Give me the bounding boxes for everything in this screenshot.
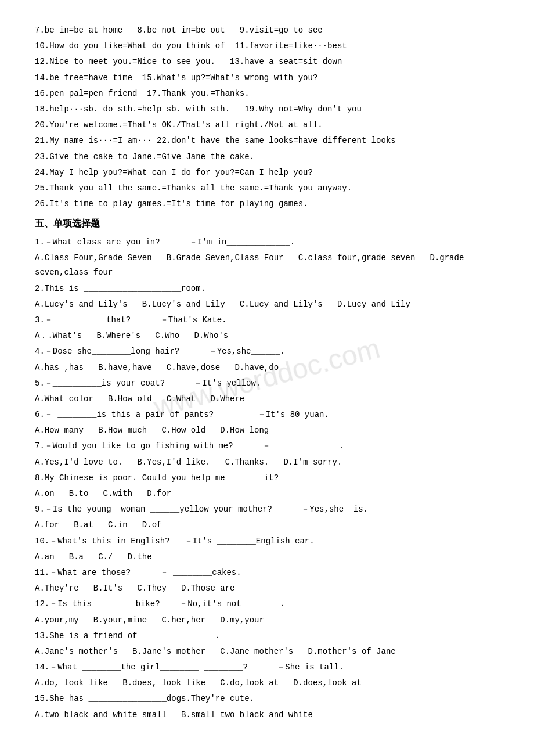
question-text: 11.－What are those? － ________cakes.: [35, 566, 499, 580]
question-text: 10.－What's this in English? －It's ______…: [35, 534, 499, 549]
lines-section: 7.be in=be at home 8.be not in=be out 9.…: [35, 23, 499, 211]
question-options: A.two black and white small B.small two …: [35, 708, 499, 722]
question-text: 9.－Is the young woman ______yellow your …: [35, 502, 499, 517]
question-options: A.How many B.How much C.How old D.How lo…: [35, 423, 499, 438]
content-line: 20.You're welcome.=That's OK./That's all…: [35, 118, 499, 132]
question-options: A.Lucy's and Lily's B.Lucy's and Lily C.…: [35, 297, 499, 312]
content-line: 21.My name is···=I am··· 22.don't have t…: [35, 134, 499, 148]
question-text: 12.－Is this ________bike? －No,it's not__…: [35, 597, 499, 611]
question-options: A.What color B.How old C.What D.Where: [35, 392, 499, 406]
question-options: A.Yes,I'd love to. B.Yes,I'd like. C.Tha…: [35, 455, 499, 470]
content-line: 14.be free=have time 15.What's up?=What'…: [35, 71, 499, 85]
question-options: A.has ,has B.have,have C.have,dose D.hav…: [35, 361, 499, 375]
question-text: 5.－__________is your coat? －It's yellow.: [35, 376, 499, 391]
question-options: A.an B.a C./ D.the: [35, 550, 499, 564]
question-text: 8.My Chinese is poor. Could you help me_…: [35, 471, 499, 485]
question-options: A．.What's B.Where's C.Who D.Who's: [35, 329, 499, 343]
question-options: A.for B.at C.in D.of: [35, 518, 499, 532]
content-line: 24.May I help you?=What can I do for you…: [35, 165, 499, 180]
question-options: A.Class Four,Grade Seven B.Grade Seven,C…: [35, 251, 499, 280]
question-text: 2.This is ____________________room.: [35, 282, 499, 296]
question-options: A.They're B.It's C.They D.Those are: [35, 581, 499, 596]
question-text: 7.－Would you like to go fishing with me?…: [35, 439, 499, 453]
content-line: 10.How do you like=What do you think of …: [35, 39, 499, 53]
question-text: 15.She has ________________dogs.They're …: [35, 692, 499, 706]
content-line: 23.Give the cake to Jane.=Give Jane the …: [35, 150, 499, 164]
section-title: 五、单项选择题: [35, 216, 499, 233]
question-text: 3.－ __________that? －That's Kate.: [35, 313, 499, 327]
question-text: 1.－What class are you in? －I'm in_______…: [35, 235, 499, 250]
content-line: 25.Thank you all the same.=Thanks all th…: [35, 181, 499, 196]
questions-section: 1.－What class are you in? －I'm in_______…: [35, 235, 499, 722]
question-options: A.Jane's mother's B.Jane's mother C.Jane…: [35, 645, 499, 659]
question-text: 14.－What ________the girl________ ______…: [35, 660, 499, 675]
question-options: A.on B.to C.with D.for: [35, 487, 499, 501]
main-content: 7.be in=be at home 8.be not in=be out 9.…: [35, 23, 499, 722]
question-options: A.your,my B.your,mine C.her,her D.my,you…: [35, 613, 499, 628]
content-line: 7.be in=be at home 8.be not in=be out 9.…: [35, 23, 499, 38]
question-options: A.do, look like B.does, look like C.do,l…: [35, 676, 499, 690]
content-line: 12.Nice to meet you.=Nice to see you. 13…: [35, 55, 499, 69]
content-line: 16.pen pal=pen friend 17.Thank you.=Than…: [35, 87, 499, 101]
content-line: 26.It's time to play games.=It's time fo…: [35, 197, 499, 211]
question-text: 13.She is a friend of________________.: [35, 629, 499, 643]
content-line: 18.help···sb. do sth.=help sb. with sth.…: [35, 102, 499, 117]
question-text: 4.－Dose she________long hair? －Yes,she__…: [35, 344, 499, 359]
question-text: 6.－ ________is this a pair of pants? －It…: [35, 408, 499, 422]
